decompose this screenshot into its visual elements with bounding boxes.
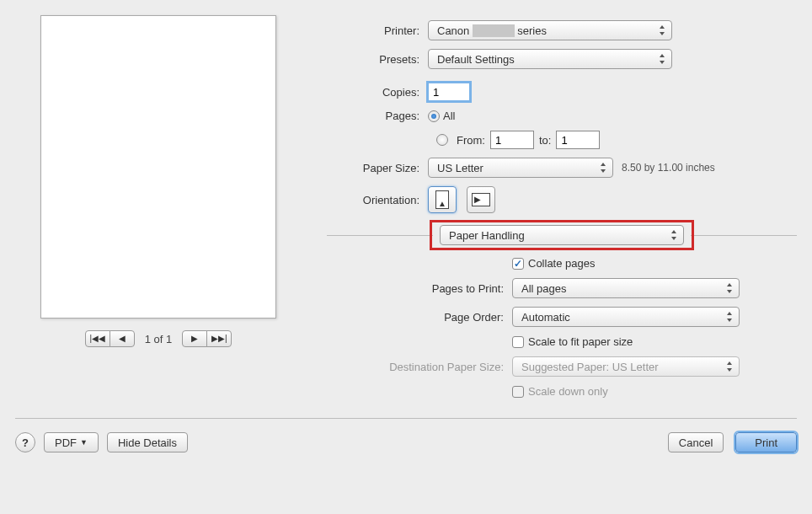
dest-paper-value: Suggested Paper: US Letter [521,361,659,373]
landscape-icon: ▶ [472,193,490,206]
scale-down-label: Scale down only [528,385,608,398]
updown-icon [725,361,734,372]
pages-to-print-label: Pages to Print: [327,282,512,295]
help-button[interactable]: ? [15,432,35,452]
preview-column: |◀◀ ◀ 1 of 1 ▶ ▶▶| [15,15,302,406]
copies-label: Copies: [327,86,428,99]
first-page-button[interactable]: |◀◀ [85,330,110,347]
scale-fit-label: Scale to fit paper size [528,335,633,348]
pages-all-label: All [443,110,455,122]
prev-page-button[interactable]: ◀ [110,330,135,347]
preview-nav: |◀◀ ◀ 1 of 1 ▶ ▶▶| [85,330,232,347]
paper-size-select[interactable]: US Letter [428,158,613,178]
dropdown-icon: ▼ [80,438,88,447]
printer-select[interactable]: Canon ...... series [428,20,672,40]
pages-to-input[interactable] [556,131,600,149]
scale-fit-checkbox[interactable] [512,336,524,348]
section-select[interactable]: Paper Handling [440,225,684,245]
updown-icon [725,282,734,294]
presets-value: Default Settings [437,53,515,66]
pages-all-radio[interactable] [428,110,440,122]
updown-icon [725,311,734,323]
paper-size-value: US Letter [437,162,483,174]
dest-paper-select: Suggested Paper: US Letter [512,356,740,377]
print-button[interactable]: Print [735,432,797,452]
printer-value-prefix: Canon [437,24,469,37]
redacted-printer-model: ...... [473,24,515,37]
form-column: Printer: Canon ...... series Presets: De… [327,15,797,406]
collate-label: Collate pages [528,257,596,270]
hide-details-button[interactable]: Hide Details [107,432,188,452]
orientation-label: Orientation: [327,194,428,206]
pages-to-print-select[interactable]: All pages [512,278,740,298]
updown-icon [658,24,666,36]
next-page-button[interactable]: ▶ [182,330,207,347]
collate-checkbox[interactable] [512,258,524,270]
preview-page [40,15,276,319]
dest-paper-label: Destination Paper Size: [327,361,512,373]
presets-label: Presets: [327,53,428,66]
page-order-label: Page Order: [327,311,512,324]
portrait-icon: ▲ [435,190,449,209]
print-dialog: |◀◀ ◀ 1 of 1 ▶ ▶▶| Printer: Canon ...... [15,15,797,452]
page-order-value: Automatic [521,311,570,324]
last-page-button[interactable]: ▶▶| [206,330,232,347]
pages-from-input[interactable] [490,131,534,149]
cancel-button[interactable]: Cancel [668,432,724,452]
pages-to-label: to: [539,134,551,147]
pages-from-radio[interactable] [436,134,448,146]
updown-icon [658,53,666,65]
pages-to-print-value: All pages [521,282,566,295]
updown-icon [670,229,678,241]
paper-size-label: Paper Size: [327,162,428,174]
paper-size-note: 8.50 by 11.00 inches [622,162,715,174]
updown-icon [599,162,607,174]
page-order-select[interactable]: Automatic [512,307,740,327]
presets-select[interactable]: Default Settings [428,49,672,69]
pages-label: Pages: [327,110,428,122]
section-value: Paper Handling [449,229,525,242]
pdf-button[interactable]: PDF ▼ [44,432,99,452]
copies-input[interactable] [428,83,470,101]
orientation-portrait-button[interactable]: ▲ [428,186,457,213]
scale-down-checkbox [512,386,524,398]
orientation-landscape-button[interactable]: ▶ [467,186,495,213]
page-indicator: 1 of 1 [145,333,173,345]
printer-label: Printer: [327,24,428,37]
pages-from-label: From: [457,134,485,147]
printer-value-suffix: series [517,24,547,37]
